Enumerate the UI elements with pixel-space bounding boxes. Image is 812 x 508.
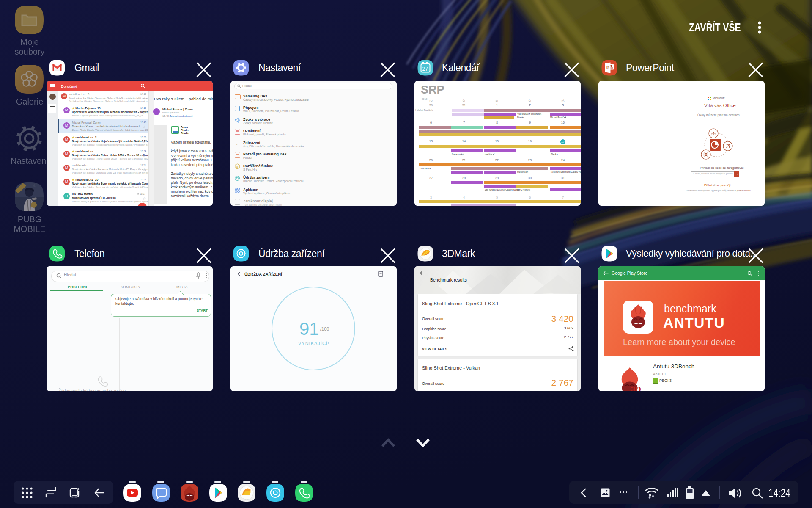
svg-text:S: S <box>236 165 239 168</box>
svg-text:P: P <box>606 65 609 70</box>
svg-text:3D: 3D <box>631 385 641 391</box>
svg-text:27: 27 <box>422 66 428 72</box>
